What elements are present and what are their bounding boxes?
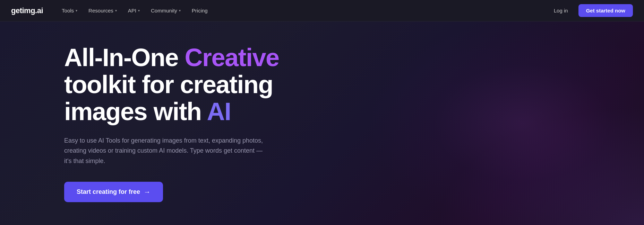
nav-community-label: Community bbox=[151, 8, 177, 14]
hero-title: All-In-One Creative toolkit for creating… bbox=[64, 44, 312, 125]
nav-tools-label: Tools bbox=[62, 8, 74, 14]
logo[interactable]: getimg.ai bbox=[11, 6, 43, 15]
chevron-down-icon: ▾ bbox=[179, 9, 181, 12]
get-started-button[interactable]: Get started now bbox=[578, 4, 633, 17]
hero-content: All-In-One Creative toolkit for creating… bbox=[0, 44, 312, 202]
arrow-icon: → bbox=[144, 188, 151, 196]
hero-title-part2: toolkit for creating images with bbox=[64, 71, 273, 125]
navbar: getimg.ai Tools ▾ Resources ▾ API ▾ Comm… bbox=[0, 0, 644, 21]
hero-title-creative: Creative bbox=[184, 44, 279, 71]
nav-api-label: API bbox=[128, 8, 136, 14]
nav-resources-label: Resources bbox=[88, 8, 113, 14]
nav-item-community[interactable]: Community ▾ bbox=[146, 5, 186, 16]
nav-links: Tools ▾ Resources ▾ API ▾ Community ▾ Pr… bbox=[57, 5, 549, 16]
start-creating-label: Start creating for free bbox=[77, 188, 140, 196]
nav-item-tools[interactable]: Tools ▾ bbox=[57, 5, 82, 16]
nav-item-pricing[interactable]: Pricing bbox=[187, 5, 213, 16]
nav-item-resources[interactable]: Resources ▾ bbox=[84, 5, 122, 16]
hero-title-ai: AI bbox=[207, 98, 231, 125]
chevron-down-icon: ▾ bbox=[76, 9, 77, 12]
nav-pricing-label: Pricing bbox=[192, 8, 208, 14]
chevron-down-icon: ▾ bbox=[115, 9, 117, 12]
nav-item-api[interactable]: API ▾ bbox=[123, 5, 145, 16]
hero-description: Easy to use AI Tools for generating imag… bbox=[64, 136, 265, 166]
login-button[interactable]: Log in bbox=[549, 5, 573, 16]
hero-section: All-In-One Creative toolkit for creating… bbox=[0, 21, 644, 225]
start-creating-button[interactable]: Start creating for free → bbox=[64, 182, 163, 202]
chevron-down-icon: ▾ bbox=[138, 9, 140, 12]
nav-right: Log in Get started now bbox=[549, 4, 633, 17]
hero-title-part1: All-In-One bbox=[64, 44, 184, 71]
